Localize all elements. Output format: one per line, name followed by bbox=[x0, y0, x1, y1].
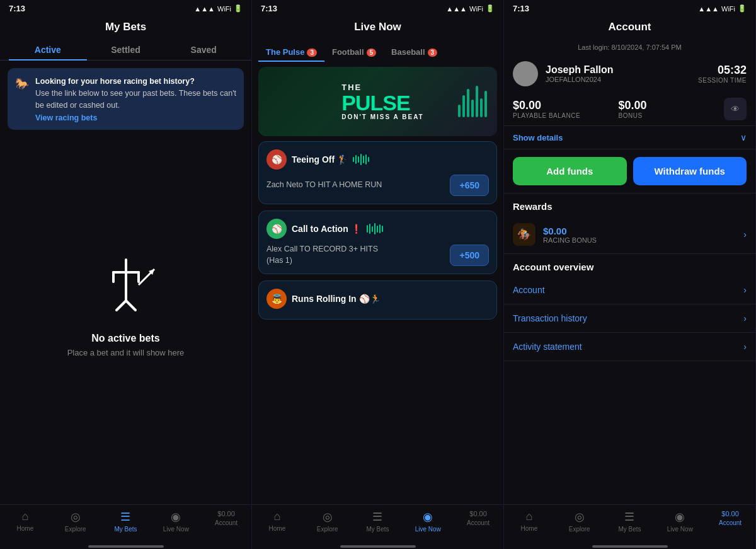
user-handle: JOEFALLON2024 bbox=[546, 76, 690, 83]
nav-livenow-2[interactable]: ◉ Live Now bbox=[403, 510, 453, 533]
nav-explore-2[interactable]: ◎ Explore bbox=[302, 510, 353, 533]
bet-avatar-1: ⚾ bbox=[266, 149, 287, 170]
football-badge: 5 bbox=[367, 49, 377, 57]
wave-bar-6 bbox=[480, 98, 483, 117]
my-bets-title: My Bets bbox=[105, 21, 146, 33]
wave-bar-1 bbox=[458, 105, 461, 117]
tab-baseball[interactable]: Baseball3 bbox=[384, 43, 445, 62]
empty-sub: Place a bet and it will show here bbox=[67, 348, 185, 357]
waveform-2 bbox=[367, 223, 489, 234]
overview-account-label: Account bbox=[513, 285, 545, 295]
chevron-right-icon-transaction: › bbox=[743, 313, 747, 323]
account-balance-1: $0.00 bbox=[217, 510, 235, 517]
balance-row: $0.00 PLAYABLE BALANCE $0.00 BONUS 👁 bbox=[504, 93, 755, 126]
nav-mybets-label-1: My Bets bbox=[114, 526, 137, 533]
wave-bar-3 bbox=[467, 89, 469, 117]
rewards-icon: 🏇 bbox=[513, 223, 536, 246]
bonus-balance: $0.00 BONUS bbox=[619, 99, 724, 119]
show-details-row[interactable]: Show details ∨ bbox=[504, 126, 755, 149]
status-bar-3: 7:13 ▲▲▲ WiFi 🔋 bbox=[504, 0, 755, 16]
bet-desc-2: Alex Call TO RECORD 3+ HITS(Has 1) bbox=[266, 244, 450, 266]
bet-card-1[interactable]: ⚾ Teeing Off 🏌️ Zach Neto TO HIT A HOME … bbox=[258, 141, 497, 204]
status-time-3: 7:13 bbox=[513, 4, 529, 13]
explore-icon-2: ◎ bbox=[323, 510, 333, 524]
rewards-item[interactable]: 🏇 $0.00 RACING BONUS › bbox=[504, 216, 755, 254]
signal-icon-2: ▲▲▲ bbox=[446, 5, 467, 13]
pulse-name-text: PULSE bbox=[341, 92, 410, 113]
livenow-icon-3: ◉ bbox=[675, 510, 685, 524]
tab-saved[interactable]: Saved bbox=[164, 40, 243, 60]
baseball-badge: 3 bbox=[428, 49, 438, 57]
bet-card-2-header: ⚾ Call to Action ❗ bbox=[266, 219, 489, 239]
nav-account-label-2: Account bbox=[467, 519, 490, 526]
avatar bbox=[513, 61, 538, 86]
nav-mybets-2[interactable]: ☰ My Bets bbox=[353, 510, 403, 533]
nav-account-1[interactable]: $0.00 Account bbox=[201, 510, 251, 533]
user-name: Joseph Fallon bbox=[546, 64, 690, 76]
overview-transaction-item[interactable]: Transaction history › bbox=[504, 304, 755, 333]
nav-mybets-1[interactable]: ☰ My Bets bbox=[101, 510, 151, 533]
home-indicator-3 bbox=[592, 545, 668, 548]
nav-livenow-1[interactable]: ◉ Live Now bbox=[151, 510, 201, 533]
nav-explore-label-3: Explore bbox=[569, 526, 590, 533]
bet-card-1-header: ⚾ Teeing Off 🏌️ bbox=[266, 149, 489, 170]
add-funds-button[interactable]: Add funds bbox=[513, 157, 627, 185]
home-indicator-1 bbox=[88, 545, 164, 548]
account-balance-3: $0.00 bbox=[721, 510, 739, 517]
nav-home-1[interactable]: ⌂ Home bbox=[0, 510, 50, 533]
bonus-amount: $0.00 bbox=[619, 99, 724, 112]
explore-icon-1: ◎ bbox=[71, 510, 81, 524]
bet-card-1-content: Zach Neto TO HIT A HOME RUN +650 bbox=[266, 175, 489, 196]
mybets-icon-3: ☰ bbox=[624, 510, 634, 524]
pulse-hero: THE PULSE DON'T MISS A BEAT bbox=[258, 67, 497, 136]
bet-card-3[interactable]: 👼 Runs Rolling In ⚾🏃 bbox=[258, 280, 497, 320]
nav-explore-label-2: Explore bbox=[317, 526, 338, 533]
nav-mybets-label-3: My Bets bbox=[618, 526, 641, 533]
wifi-icon-2: WiFi bbox=[469, 5, 483, 13]
view-racing-link[interactable]: View racing bets bbox=[35, 113, 236, 122]
pulse-waveform bbox=[458, 86, 487, 117]
nav-account-2[interactable]: $0.00 Account bbox=[453, 510, 503, 533]
nav-home-3[interactable]: ⌂ Home bbox=[504, 510, 554, 533]
home-indicator-2 bbox=[340, 545, 416, 548]
toggle-balance-visibility[interactable]: 👁 bbox=[724, 98, 747, 120]
info-title: Looking for your horse racing bet histor… bbox=[35, 77, 195, 86]
panel-my-bets: 7:13 ▲▲▲ WiFi 🔋 My Bets Active Settled S… bbox=[0, 0, 252, 549]
rewards-amount: $0.00 bbox=[543, 226, 736, 236]
odds-btn-2[interactable]: +500 bbox=[450, 245, 489, 266]
overview-section-title: Account overview bbox=[504, 254, 755, 276]
nav-explore-3[interactable]: ◎ Explore bbox=[554, 510, 605, 533]
bet-name-2: Call to Action ❗ bbox=[292, 224, 362, 234]
odds-btn-1[interactable]: +650 bbox=[450, 175, 489, 196]
status-time-1: 7:13 bbox=[9, 4, 25, 13]
tab-active[interactable]: Active bbox=[9, 40, 87, 60]
nav-account-3[interactable]: $0.00 Account bbox=[705, 510, 755, 533]
withdraw-funds-button[interactable]: Withdraw funds bbox=[633, 157, 747, 185]
tab-settled[interactable]: Settled bbox=[87, 40, 165, 60]
tab-pulse[interactable]: The Pulse3 bbox=[258, 43, 324, 62]
nav-livenow-3[interactable]: ◉ Live Now bbox=[655, 510, 705, 533]
account-main: Last login: 8/10/2024, 7:07:54 PM Joseph… bbox=[504, 40, 755, 504]
livenow-icon-1: ◉ bbox=[171, 510, 181, 524]
nav-mybets-3[interactable]: ☰ My Bets bbox=[605, 510, 655, 533]
wave-bar-5 bbox=[476, 86, 478, 117]
overview-account-item[interactable]: Account › bbox=[504, 276, 755, 304]
bet-card-2[interactable]: ⚾ Call to Action ❗ Alex Call TO RECORD 3… bbox=[258, 211, 497, 274]
live-now-title: Live Now bbox=[354, 21, 401, 33]
nav-livenow-label-3: Live Now bbox=[667, 526, 693, 533]
info-content: Looking for your horse racing bet histor… bbox=[35, 76, 236, 122]
wave-bar-4 bbox=[471, 100, 474, 117]
funds-row: Add funds Withdraw funds bbox=[504, 149, 755, 194]
waveform-1 bbox=[353, 154, 489, 165]
rewards-label: RACING BONUS bbox=[543, 236, 736, 244]
my-bets-tabs: Active Settled Saved bbox=[0, 40, 251, 61]
bet-name-1: Teeing Off 🏌️ bbox=[292, 154, 348, 165]
bottom-nav-2: ⌂ Home ◎ Explore ☰ My Bets ◉ Live Now $0… bbox=[252, 504, 503, 541]
overview-activity-item[interactable]: Activity statement › bbox=[504, 333, 755, 361]
bottom-nav-3: ⌂ Home ◎ Explore ☰ My Bets ◉ Live Now $0… bbox=[504, 504, 755, 541]
overview-activity-label: Activity statement bbox=[513, 342, 582, 352]
nav-home-2[interactable]: ⌂ Home bbox=[252, 510, 302, 533]
nav-explore-1[interactable]: ◎ Explore bbox=[50, 510, 101, 533]
nav-account-label-1: Account bbox=[215, 519, 238, 526]
tab-football[interactable]: Football5 bbox=[324, 43, 384, 62]
